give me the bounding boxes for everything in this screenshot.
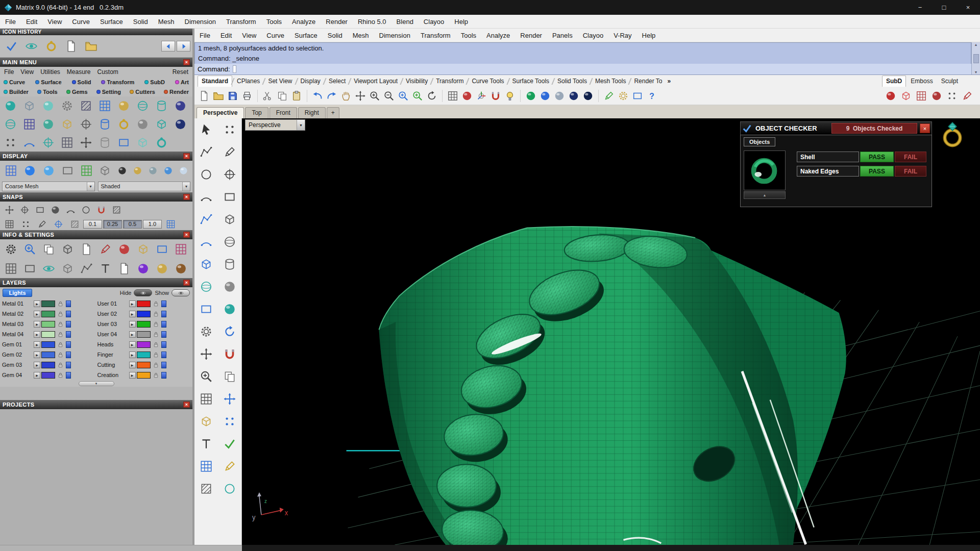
gear-tool-icon[interactable]: [2, 240, 20, 258]
undo-icon[interactable]: [310, 89, 325, 103]
layer-lock-icon[interactable]: [152, 371, 160, 379]
panel-close-icon[interactable]: ×: [183, 153, 190, 159]
cube-tool-icon[interactable]: [218, 208, 241, 231]
orb-tool-icon[interactable]: [130, 164, 145, 177]
layer-current-indicator[interactable]: [66, 331, 71, 338]
magnet-tool-icon[interactable]: [93, 203, 109, 216]
rotate-tool-icon[interactable]: [218, 320, 241, 343]
viewport-tab-front[interactable]: Front: [270, 107, 297, 118]
grid-tool-icon[interactable]: [2, 162, 20, 179]
zoom-window-icon[interactable]: [396, 89, 410, 103]
layer-lock-icon[interactable]: [152, 320, 160, 328]
orb-tool-icon[interactable]: [160, 164, 176, 177]
viewport-tab-top[interactable]: Top: [245, 107, 268, 118]
main-menu-reset[interactable]: Reset: [173, 68, 188, 76]
command-prompt[interactable]: Command:: [194, 64, 971, 74]
mesh-quality-dropdown[interactable]: Coarse Mesh ▾: [2, 182, 95, 191]
polyline-tool-icon[interactable]: [194, 208, 218, 231]
redo-icon[interactable]: [325, 89, 339, 103]
matrix-menu-transform[interactable]: Transform: [221, 15, 261, 28]
orb-tool-icon[interactable]: [39, 162, 58, 179]
target-tool-icon[interactable]: [39, 134, 58, 151]
layer-color-swatch[interactable]: [137, 341, 151, 348]
rhino-menu-surface[interactable]: Surface: [289, 29, 323, 42]
layer-lock-icon[interactable]: [56, 331, 65, 338]
object-preview-thumbnail[interactable]: [744, 151, 786, 190]
sphere-tool-icon[interactable]: [194, 276, 218, 298]
layer-row-metal-02[interactable]: Metal 02▶: [1, 309, 96, 319]
dots-tool-icon[interactable]: [218, 118, 241, 141]
rect-tool-icon[interactable]: [218, 186, 241, 208]
cube-tool-icon[interactable]: [96, 162, 115, 179]
collapse-button[interactable]: ▼: [79, 381, 114, 386]
maximize-button[interactable]: □: [932, 0, 956, 15]
grid-tool-icon[interactable]: [2, 260, 20, 277]
toolbar-tab-mesh-tools[interactable]: Mesh Tools: [592, 76, 629, 87]
panel-header-projects[interactable]: PROJECTS ×: [0, 400, 192, 409]
matrix-menu-view[interactable]: View: [42, 15, 67, 28]
matrix-menu-file[interactable]: File: [0, 15, 21, 28]
target-tool-icon[interactable]: [17, 203, 32, 216]
command-scrollbar[interactable]: ▲ ▼: [971, 42, 980, 74]
snap-increment-0-1[interactable]: 0.1: [83, 220, 102, 229]
layer-current-indicator[interactable]: [161, 372, 166, 379]
panel-header-display[interactable]: DISPLAY ×: [0, 152, 192, 161]
layer-row-cutting[interactable]: Cutting▶: [96, 360, 192, 370]
history-folder-icon[interactable]: [82, 38, 101, 55]
polyline-tool-icon[interactable]: [77, 260, 96, 277]
category-curve[interactable]: Curve: [4, 79, 25, 85]
sphere-tool-icon[interactable]: [218, 231, 241, 253]
layer-lock-icon[interactable]: [56, 320, 65, 328]
layout-icon[interactable]: [630, 89, 645, 103]
arc-tool-icon[interactable]: [194, 186, 218, 208]
history-back-button[interactable]: [161, 41, 175, 52]
rect-tool-icon[interactable]: [194, 298, 218, 320]
check-fail-button[interactable]: FAIL: [895, 152, 926, 162]
snap-grid-icon[interactable]: [163, 217, 178, 231]
rhino-menu-edit[interactable]: Edit: [215, 29, 237, 42]
toolbar-tab-subd[interactable]: SubD: [882, 76, 906, 87]
cube-tool-icon[interactable]: [194, 410, 218, 433]
panel-header-snaps[interactable]: SNAPS ×: [0, 192, 192, 202]
matrix-menu-solid[interactable]: Solid: [128, 15, 153, 28]
orb-tool-icon[interactable]: [218, 276, 241, 298]
main-menu-utilities[interactable]: Utilities: [40, 68, 60, 76]
orb-tool-icon[interactable]: [171, 97, 190, 114]
cyl-tool-icon[interactable]: [218, 253, 241, 276]
cube-tool-icon[interactable]: [134, 240, 153, 258]
zoom-in-icon[interactable]: [368, 89, 382, 103]
layer-current-indicator[interactable]: [66, 352, 71, 358]
layer-current-indicator[interactable]: [161, 321, 166, 328]
lamp-icon[interactable]: [503, 89, 517, 103]
toolbar-tab-curve-tools[interactable]: Curve Tools: [468, 76, 507, 87]
panel-close-icon[interactable]: ×: [183, 402, 190, 408]
sphere-tool-icon[interactable]: [1, 115, 20, 133]
vray-frame-icon[interactable]: [914, 89, 928, 103]
toolbar-tab-cplanes[interactable]: CPlanes: [233, 76, 263, 87]
category-surface[interactable]: Surface: [35, 79, 61, 85]
matrix-menu-curve[interactable]: Curve: [67, 15, 95, 28]
rhino-menu-clayoo[interactable]: Clayoo: [578, 29, 608, 42]
layer-current-indicator[interactable]: [66, 311, 71, 317]
toolbar-gear-button[interactable]: [965, 76, 975, 86]
eye-tool-icon[interactable]: [39, 260, 58, 277]
orb-tool-icon[interactable]: [114, 97, 133, 114]
rhino-menu-view[interactable]: View: [237, 29, 261, 42]
layer-expand-button[interactable]: ▶: [34, 311, 40, 317]
layer-current-indicator[interactable]: [161, 311, 166, 317]
rhino-menu-render[interactable]: Render: [515, 29, 547, 42]
arc-tool-icon[interactable]: [63, 203, 78, 216]
gumball-icon[interactable]: [474, 89, 488, 103]
toolbar-tab-emboss[interactable]: Emboss: [907, 76, 936, 87]
layer-expand-button[interactable]: ▶: [129, 372, 136, 379]
layer-lock-icon[interactable]: [56, 310, 65, 317]
category-transform[interactable]: Transform: [101, 79, 134, 85]
history-ring-icon[interactable]: [42, 38, 61, 55]
layer-lock-icon[interactable]: [152, 351, 160, 358]
layer-expand-button[interactable]: ▶: [129, 352, 136, 358]
orb-tool-icon[interactable]: [115, 240, 134, 258]
rhino-menu-help[interactable]: Help: [637, 29, 661, 42]
layer-color-swatch[interactable]: [137, 321, 151, 328]
rhino-menu-dimension[interactable]: Dimension: [374, 29, 415, 42]
target-tool-icon[interactable]: [77, 115, 95, 133]
